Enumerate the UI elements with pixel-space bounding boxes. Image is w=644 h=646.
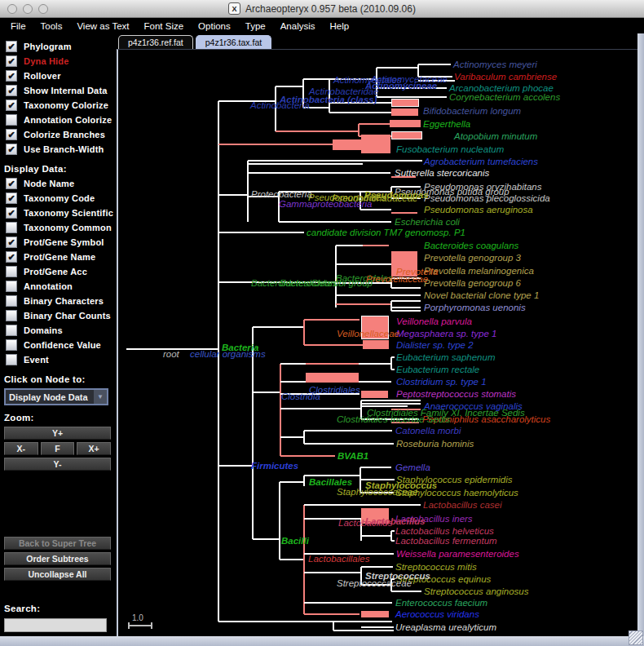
close-button[interactable] (7, 4, 17, 14)
menu-tools[interactable]: Tools (33, 21, 70, 31)
checkbox-taxonomy-code[interactable]: ✔Taxonomy Code (0, 191, 114, 206)
tree-node-label[interactable]: Actinomycineae (364, 81, 438, 91)
checkbox-rollover[interactable]: ✔Rollover (0, 69, 114, 83)
tree-node-label[interactable]: Porphyromonas uenonis (424, 303, 526, 312)
tree-node-label[interactable]: Fusobacterium nucleatum (396, 144, 505, 154)
tree-node-label[interactable]: Bacteroides coagulans (424, 241, 519, 250)
tree-node-label[interactable]: Varibaculum cambriense (454, 72, 557, 82)
tree-canvas[interactable]: Actinomyces meyeriVaribaculum cambriense… (118, 50, 639, 638)
tree-node-label[interactable]: Aerococcus viridans (395, 609, 479, 619)
tree-node-label[interactable]: Agrobacterium tumefaciens (423, 157, 538, 166)
tree-node-label[interactable]: Clostridiales Incertae Sedis (337, 414, 451, 424)
checkbox-phylogram[interactable]: ✔Phylogram (0, 39, 114, 54)
tree-node-label[interactable]: Enterococcus faecium (395, 598, 488, 608)
checkbox-icon[interactable]: ✔ (6, 192, 17, 204)
tree-node-label[interactable]: Eubacterium rectale (396, 365, 479, 374)
collapsed-clade-wedge[interactable] (361, 135, 390, 153)
checkbox-icon[interactable]: ✔ (6, 129, 17, 140)
tree-node-label[interactable]: Bacteria (222, 343, 259, 352)
tree-node-label[interactable]: Bacteroidetes (280, 278, 337, 288)
tree-node-label[interactable]: Bacillales (309, 477, 352, 487)
tree-node-label[interactable]: Pseudomonas aeruginosa (424, 205, 533, 215)
collapsed-clade-wedge[interactable] (391, 108, 418, 116)
tab-p4z1r36-ref-fat[interactable]: p4z1r36.ref.fat (118, 35, 193, 49)
tree-node-label[interactable]: Escherichia coli (395, 217, 460, 227)
tree-node-label[interactable]: Eggerthella (423, 119, 470, 129)
zoom-y-plus-button[interactable]: Y+ (4, 427, 111, 440)
tree-node-label[interactable]: Staphylococcaceae (337, 487, 418, 497)
collapsed-clade-wedge[interactable] (391, 99, 418, 106)
checkbox-icon[interactable]: ✔ (6, 70, 17, 82)
tree-node-label[interactable]: Prevotella (396, 267, 438, 277)
checkbox-icon[interactable]: ✔ (6, 100, 17, 111)
collapsed-clade-wedge[interactable] (363, 340, 389, 349)
tree-node-label[interactable]: Veillonella parvula (396, 316, 472, 326)
minimize-button[interactable] (23, 4, 33, 14)
checkbox-taxonomy-scientific[interactable]: ✔Taxonomy Scientific (0, 206, 114, 220)
checkbox-taxonomy-common[interactable]: Taxonomy Common (0, 220, 114, 235)
tree-node-label[interactable]: Streptococcaceae (337, 578, 412, 588)
checkbox-icon[interactable]: ✔ (6, 207, 17, 219)
tree-node-label[interactable]: Roseburia hominis (396, 439, 474, 449)
tree-node-label[interactable]: Pseudomonas (364, 190, 429, 200)
checkbox-node-name[interactable]: ✔Node Name (0, 176, 114, 191)
tree-node-label[interactable]: Lactobacillus helveticus (395, 526, 494, 536)
checkbox-annotation-colorize[interactable]: Annotation Colorize (0, 113, 114, 127)
checkbox-icon[interactable]: ✔ (6, 144, 17, 155)
menu-file[interactable]: File (3, 21, 33, 31)
tree-node-label[interactable]: Bacilli (281, 536, 310, 546)
zoom-fit-button[interactable]: F (41, 442, 75, 455)
checkbox-colorize-branches[interactable]: ✔Colorize Branches (0, 127, 114, 142)
tree-node-label[interactable]: Lactobacillus (338, 518, 393, 528)
checkbox-taxonomy-colorize[interactable]: ✔Taxonomy Colorize (0, 98, 114, 113)
tree-node-label[interactable]: Lactobacillus casei (423, 500, 502, 510)
node-action-dropdown[interactable]: Display Node Data ▼ (4, 388, 108, 405)
search-input[interactable] (4, 618, 107, 632)
checkbox-icon[interactable]: ✔ (6, 85, 17, 96)
checkbox-confidence-value[interactable]: Confidence Value (0, 338, 114, 352)
tree-node-label[interactable]: Pseudomonas plecoglossicida (424, 193, 550, 203)
order-subtrees-button[interactable]: Order Subtrees (4, 552, 111, 565)
checkbox-icon[interactable]: ✔ (6, 237, 17, 248)
checkbox-icon[interactable] (6, 281, 17, 292)
tree-node-label[interactable]: Prevotella genogroup 6 (424, 278, 522, 288)
menu-options[interactable]: Options (191, 21, 238, 31)
tree-node-label[interactable]: Clostridiales (309, 385, 360, 395)
checkbox-prot-gene-acc[interactable]: Prot/Gene Acc (0, 264, 114, 279)
checkbox-icon[interactable] (6, 325, 17, 336)
tree-node-label[interactable]: Novel bacterial clone type 1 (424, 290, 539, 300)
checkbox-binary-char-counts[interactable]: Binary Char Counts (0, 308, 114, 323)
collapsed-clade-wedge[interactable] (390, 120, 421, 127)
checkbox-icon[interactable] (6, 310, 17, 321)
checkbox-show-internal-data[interactable]: ✔Show Internal Data (0, 83, 114, 98)
checkbox-icon[interactable]: ✔ (6, 251, 17, 263)
tree-node-label[interactable]: candidate division TM7 genomosp. P1 (307, 228, 465, 237)
tree-node-label[interactable]: Bifidobacterium longum (423, 106, 522, 116)
tree-node-label[interactable]: Veillonellaceae (337, 329, 399, 338)
tree-node-label[interactable]: Actinomyces meyeri (452, 60, 537, 69)
tree-node-label[interactable]: Firmicutes (251, 461, 298, 471)
checkbox-prot-gene-symbol[interactable]: ✔Prot/Gene Symbol (0, 235, 114, 250)
tree-node-label[interactable]: Weissella paramesenteroides (396, 549, 519, 559)
menu-analysis[interactable]: Analysis (273, 21, 323, 31)
checkbox-icon[interactable] (6, 222, 17, 233)
tab-p4z1r36-tax-fat[interactable]: p4z1r36.tax.fat (196, 35, 271, 49)
tree-node-label[interactable]: Peptostreptococcus stomatis (396, 389, 516, 399)
tree-node-label[interactable]: Streptococcus anginosus (424, 586, 529, 596)
tree-node-label[interactable]: root (163, 349, 180, 359)
checkbox-icon[interactable]: ✔ (6, 55, 17, 67)
checkbox-dyna-hide[interactable]: ✔Dyna Hide (0, 54, 114, 69)
checkbox-icon[interactable] (6, 354, 17, 365)
tree-node-label[interactable]: Corynebacterium accolens (449, 92, 560, 102)
tree-node-label[interactable]: Sutterella stercoricanis (395, 168, 490, 178)
tree-node-label[interactable]: Atopobium minutum (453, 131, 538, 141)
checkbox-icon[interactable]: ✔ (6, 178, 17, 189)
checkbox-use-branch-width[interactable]: ✔Use Branch-Width (0, 142, 114, 157)
chevron-down-icon[interactable]: ▼ (94, 390, 107, 404)
checkbox-prot-gene-name[interactable]: ✔Prot/Gene Name (0, 250, 114, 264)
tree-node-label[interactable]: Lactobacillales (308, 554, 370, 564)
menu-font-size[interactable]: Font Size (137, 21, 192, 31)
checkbox-icon[interactable] (6, 339, 17, 351)
tree-node-label[interactable]: Eubacterium saphenum (396, 352, 496, 362)
tree-node-label[interactable]: Megasphaera sp. type 1 (396, 329, 496, 338)
